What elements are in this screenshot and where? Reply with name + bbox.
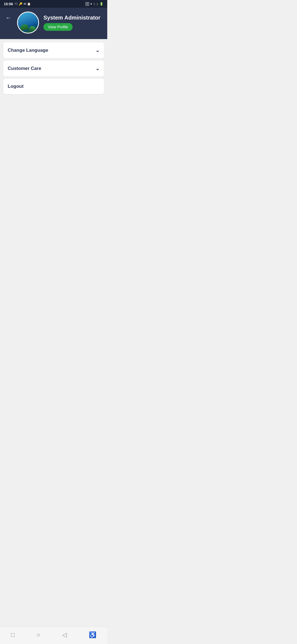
status-icons-left: 🛡 🔑 ✉ 📋 xyxy=(15,2,31,6)
profile-info: System Administrator View Profile xyxy=(43,15,100,31)
avatar-image xyxy=(18,12,38,33)
back-button[interactable]: ← xyxy=(4,13,13,23)
logout-item[interactable]: Logout xyxy=(3,79,104,94)
logout-card: Logout xyxy=(3,79,104,94)
chevron-down-icon-2: ⌄ xyxy=(95,66,100,72)
change-language-item[interactable]: Change Language ⌄ xyxy=(3,42,104,58)
nfc-icon: N xyxy=(86,2,89,6)
avatar xyxy=(17,12,39,34)
logout-label: Logout xyxy=(8,84,24,89)
customer-care-card: Customer Care ⌄ xyxy=(3,61,104,77)
status-bar-right: N ▾ ▮ ▮ 🔋 xyxy=(86,2,103,6)
profile-name: System Administrator xyxy=(43,15,100,21)
chevron-down-icon: ⌄ xyxy=(95,47,100,53)
signal1-icon: ▮ xyxy=(94,2,95,6)
shield-status-icon: 🛡 xyxy=(15,2,18,6)
battery-icon: 🔋 xyxy=(100,2,103,6)
status-bar-left: 15:56 🛡 🔑 ✉ 📋 xyxy=(4,2,31,6)
change-language-card: Change Language ⌄ xyxy=(3,42,104,58)
customer-care-item[interactable]: Customer Care ⌄ xyxy=(3,61,104,77)
profile-section: System Administrator View Profile xyxy=(17,12,100,34)
mail-status-icon: ✉ xyxy=(24,2,26,6)
change-language-label: Change Language xyxy=(8,48,48,53)
status-bar: 15:56 🛡 🔑 ✉ 📋 N ▾ ▮ ▮ 🔋 xyxy=(0,0,107,8)
status-time: 15:56 xyxy=(4,2,13,6)
key-status-icon: 🔑 xyxy=(19,2,23,6)
memo-status-icon: 📋 xyxy=(27,2,31,6)
header: ← System Administrator View Profile xyxy=(0,8,107,39)
signal2-icon: ▮ xyxy=(97,2,98,6)
wifi-icon: ▾ xyxy=(90,2,92,6)
customer-care-label: Customer Care xyxy=(8,66,41,71)
view-profile-button[interactable]: View Profile xyxy=(43,23,73,31)
content-area: Change Language ⌄ Customer Care ⌄ Logout xyxy=(0,39,107,97)
